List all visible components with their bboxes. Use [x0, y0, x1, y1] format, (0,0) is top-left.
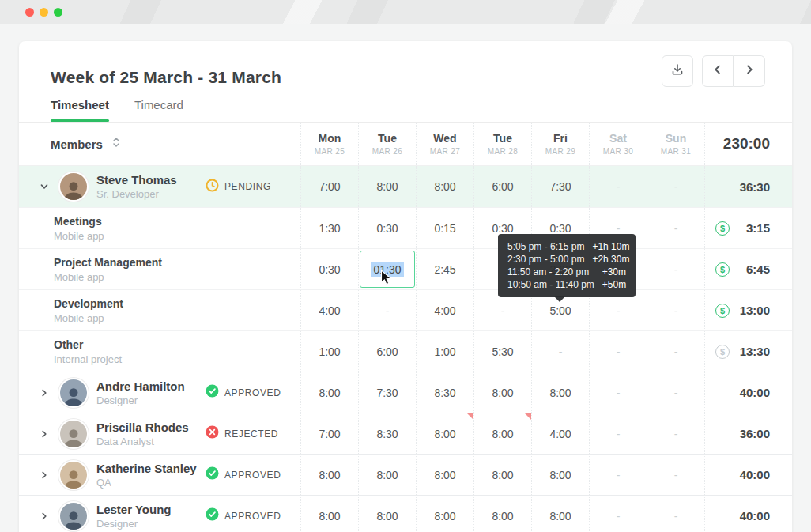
time-cell[interactable]: 0:30: [300, 249, 358, 289]
sort-icon[interactable]: [112, 137, 120, 151]
time-cell[interactable]: 8:00: [531, 455, 589, 495]
chevron-right-icon[interactable]: [35, 429, 54, 439]
time-cell[interactable]: 0:30: [358, 208, 416, 248]
time-cell[interactable]: -: [647, 372, 704, 413]
time-cell[interactable]: 8:00: [473, 455, 531, 495]
time-cell[interactable]: 4:00: [531, 413, 589, 454]
time-cell[interactable]: 7:30: [358, 372, 416, 413]
time-cell[interactable]: 2:45: [416, 249, 473, 289]
time-cell[interactable]: 8:00: [473, 413, 531, 454]
time-cell[interactable]: 6:00: [358, 331, 416, 372]
time-cell[interactable]: 8:00: [416, 413, 473, 454]
time-cell[interactable]: 8:00: [300, 372, 358, 413]
time-cell-value: -: [617, 469, 621, 481]
time-cell-value: -: [501, 304, 505, 317]
time-cell[interactable]: -: [647, 496, 704, 532]
row-total: $ 3:15: [704, 208, 792, 248]
time-cell[interactable]: -: [531, 331, 589, 372]
status-label: APPROVED: [224, 511, 281, 522]
clock-icon: [206, 179, 219, 195]
time-cell[interactable]: 7:00: [300, 413, 358, 454]
time-cell[interactable]: 8:00: [531, 372, 589, 413]
time-cell[interactable]: -: [589, 372, 647, 413]
next-week-button[interactable]: [734, 55, 765, 87]
time-cell[interactable]: -: [647, 290, 704, 330]
tab-timecard[interactable]: Timecard: [134, 98, 183, 122]
time-cell-value: -: [674, 469, 678, 481]
time-cell-value: 8:00: [492, 428, 513, 440]
row-total-value: 3:15: [746, 221, 770, 235]
time-cell[interactable]: 8:30: [358, 413, 416, 454]
time-cell[interactable]: 0:15: [416, 208, 473, 248]
time-cell[interactable]: 5:30: [473, 331, 531, 372]
day-column-header: SunMAR 31: [647, 123, 704, 165]
status-badge: PENDING: [206, 179, 271, 195]
time-cell[interactable]: 6:00: [473, 166, 531, 207]
tab-timesheet[interactable]: Timesheet: [51, 98, 109, 122]
time-cell[interactable]: 1:30: [300, 208, 358, 248]
row-total: 36:30: [704, 166, 792, 207]
time-cell-value: -: [617, 387, 621, 399]
members-column-header: Members: [51, 138, 103, 151]
time-cell[interactable]: 8:00: [416, 496, 473, 532]
time-cell[interactable]: -: [589, 455, 647, 495]
time-cell[interactable]: 8:00: [358, 166, 416, 207]
time-cell[interactable]: -: [647, 455, 704, 495]
member-name: Steve Thomas: [96, 173, 198, 187]
time-cell-value: 4:00: [319, 304, 340, 317]
chevron-down-icon[interactable]: [35, 182, 54, 191]
time-cell[interactable]: -: [647, 166, 704, 207]
row-total-value: 36:00: [740, 427, 770, 440]
member-row: Andre Hamilton Designer APPROVED8:007:30…: [19, 372, 792, 413]
row-total: 36:00: [704, 413, 792, 454]
chevron-right-icon[interactable]: [35, 470, 54, 480]
chevron-right-icon[interactable]: [35, 388, 54, 398]
window-controls[interactable]: [25, 8, 62, 17]
day-column-header: TueMAR 26: [358, 123, 416, 165]
time-cell[interactable]: 7:30: [531, 166, 589, 207]
time-cell[interactable]: 8:00: [358, 455, 416, 495]
row-total: 40:00: [704, 372, 792, 413]
zoom-button[interactable]: [54, 8, 62, 17]
time-cell-value: -: [674, 222, 678, 235]
download-button[interactable]: [662, 55, 693, 87]
time-cell[interactable]: -: [589, 496, 647, 532]
time-cell[interactable]: 8:00: [358, 496, 416, 532]
close-button[interactable]: [25, 8, 34, 17]
time-cell[interactable]: -: [589, 413, 647, 454]
time-cell[interactable]: -: [647, 208, 704, 248]
status-badge: REJECTED: [206, 425, 278, 442]
time-cell[interactable]: -: [589, 331, 647, 372]
time-cell[interactable]: 4:00: [300, 290, 358, 330]
minimize-button[interactable]: [40, 8, 48, 17]
time-cell[interactable]: -: [647, 249, 704, 289]
week-total-header: 230:00: [704, 123, 792, 165]
row-total-value: 40:00: [740, 509, 770, 523]
time-cell[interactable]: -: [647, 413, 704, 454]
time-cell-value: 8:00: [434, 428, 455, 440]
chevron-right-icon[interactable]: [35, 511, 54, 521]
time-cell[interactable]: 1:00: [416, 331, 473, 372]
billable-dollar-icon: $: [715, 345, 730, 359]
time-cell-value: 0:30: [376, 222, 398, 235]
time-cell[interactable]: 1:00: [300, 331, 358, 372]
time-cell[interactable]: 8:00: [473, 496, 531, 532]
time-cell[interactable]: 7:00: [300, 166, 358, 207]
time-cell[interactable]: 8:00: [531, 496, 589, 532]
time-cell[interactable]: 8:00: [300, 455, 358, 495]
time-cell[interactable]: -: [358, 290, 416, 330]
time-cell[interactable]: 4:00: [416, 290, 473, 330]
member-role: Designer: [96, 394, 198, 406]
time-cell[interactable]: 8:30: [416, 372, 473, 413]
time-cell[interactable]: 8:00: [416, 166, 473, 207]
project-name: Mobile app: [54, 230, 104, 242]
time-cell[interactable]: 8:00: [473, 372, 531, 413]
time-cell-value: -: [674, 263, 678, 276]
time-cell[interactable]: -: [647, 331, 704, 372]
time-cell[interactable]: -: [589, 166, 647, 207]
time-cell-value: 5:30: [492, 345, 513, 358]
time-cell[interactable]: 8:00: [416, 455, 473, 495]
previous-week-button[interactable]: [702, 55, 734, 87]
time-cell-value: -: [617, 428, 621, 440]
time-cell[interactable]: 8:00: [300, 496, 358, 532]
